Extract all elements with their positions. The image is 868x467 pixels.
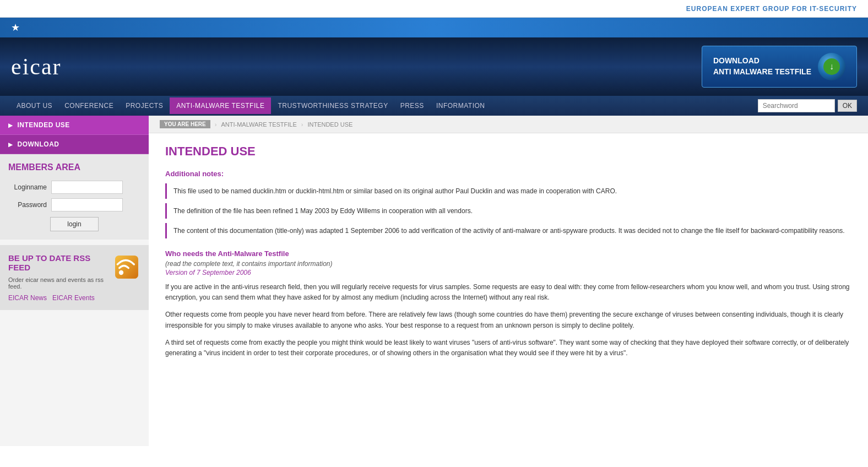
note-item: The definition of the file has been refi… bbox=[165, 203, 851, 219]
nav-conference[interactable]: CONFERENCE bbox=[59, 97, 119, 114]
members-area: MEMBERS AREA Loginname Password login bbox=[0, 154, 149, 240]
page-title: INTENDED USE bbox=[165, 144, 851, 159]
download-text: DOWNLOAD ANTI MALWARE TESTFILE bbox=[713, 56, 811, 77]
download-banner[interactable]: DOWNLOAD ANTI MALWARE TESTFILE ↓ bbox=[702, 46, 857, 88]
breadcrumb-path2: INTENDED USE bbox=[307, 121, 352, 128]
search-area: OK bbox=[758, 99, 857, 112]
nav-press[interactable]: PRESS bbox=[395, 97, 430, 114]
version-label: Version of 7 September 2006 bbox=[165, 269, 851, 276]
rss-title: BE UP TO DATE RSS FEED bbox=[8, 253, 113, 272]
logo: eicar bbox=[11, 53, 62, 80]
globe-icon: ↓ bbox=[818, 53, 845, 80]
eicar-events-link[interactable]: EICAR Events bbox=[52, 294, 95, 302]
nav-information[interactable]: INFORMATION bbox=[431, 97, 491, 114]
sidebar-item-intended-use[interactable]: ▶ INTENDED USE bbox=[0, 116, 149, 135]
note-item: The content of this documentation (title… bbox=[165, 223, 851, 238]
nav-trustworthiness[interactable]: TRUSTWORTHINESS STRATEGY bbox=[272, 97, 393, 114]
org-title: EUROPEAN EXPERT GROUP FOR IT-SECURITY bbox=[686, 5, 857, 13]
search-input[interactable] bbox=[758, 99, 835, 112]
arrow-icon: ▶ bbox=[8, 122, 13, 128]
password-row: Password bbox=[8, 198, 140, 211]
note-item: This file used to be named ducklin.htm o… bbox=[165, 183, 851, 199]
sidebar: ▶ INTENDED USE ▶ DOWNLOAD MEMBERS AREA L… bbox=[0, 116, 149, 446]
breadcrumb-path1: ANTI-MALWARE TESTFILE bbox=[221, 121, 296, 128]
who-needs-section: Who needs the Anti-Malware Testfile (rea… bbox=[165, 249, 851, 359]
additional-notes-title: Additional notes: bbox=[165, 170, 851, 178]
login-button[interactable]: login bbox=[50, 217, 98, 231]
content-para2: Other requests come from people you have… bbox=[165, 309, 851, 330]
nav-about-us[interactable]: ABOUT US bbox=[11, 97, 58, 114]
search-button[interactable]: OK bbox=[838, 100, 857, 112]
content-para3: A third set of requests come from exactl… bbox=[165, 338, 851, 359]
main-layout: ▶ INTENDED USE ▶ DOWNLOAD MEMBERS AREA L… bbox=[0, 116, 868, 446]
top-bar: EUROPEAN EXPERT GROUP FOR IT-SECURITY bbox=[0, 0, 868, 18]
password-label: Password bbox=[8, 201, 47, 209]
breadcrumb-sep1: › bbox=[215, 121, 217, 128]
breadcrumb: YOU ARE HERE › ANTI-MALWARE TESTFILE › I… bbox=[149, 116, 868, 133]
you-are-here-label: YOU ARE HERE bbox=[160, 120, 210, 128]
rss-description: Order eicar news and events as rss feed. bbox=[8, 276, 113, 290]
content-body: INTENDED USE Additional notes: This file… bbox=[149, 133, 868, 378]
content-para1: If you are active in the anti-virus rese… bbox=[165, 282, 851, 303]
content: YOU ARE HERE › ANTI-MALWARE TESTFILE › I… bbox=[149, 116, 868, 446]
star-icon: ★ bbox=[11, 21, 20, 34]
rss-icon bbox=[113, 253, 140, 283]
sidebar-menu: ▶ INTENDED USE ▶ DOWNLOAD bbox=[0, 116, 149, 154]
loginname-input[interactable] bbox=[51, 181, 123, 194]
eicar-news-link[interactable]: EICAR News bbox=[8, 294, 47, 302]
who-needs-title: Who needs the Anti-Malware Testfile bbox=[165, 249, 851, 258]
loginname-label: Loginname bbox=[8, 183, 47, 191]
navigation: ABOUT US CONFERENCE PROJECTS ANTI-MALWAR… bbox=[0, 96, 868, 116]
password-input[interactable] bbox=[51, 198, 123, 211]
sidebar-item-download[interactable]: ▶ DOWNLOAD bbox=[0, 135, 149, 154]
download-arrow-icon: ↓ bbox=[823, 58, 840, 75]
breadcrumb-sep2: › bbox=[301, 121, 303, 128]
rss-links: EICAR News EICAR Events bbox=[8, 294, 113, 302]
nav-anti-malware-testfile[interactable]: ANTI-MALWARE TESTFILE bbox=[170, 97, 271, 114]
header: eicar DOWNLOAD ANTI MALWARE TESTFILE ↓ bbox=[0, 37, 868, 96]
loginname-row: Loginname bbox=[8, 181, 140, 194]
who-needs-subtitle: (read the complete text, it contains imp… bbox=[165, 260, 851, 268]
members-area-title: MEMBERS AREA bbox=[8, 162, 140, 172]
notes-list: This file used to be named ducklin.htm o… bbox=[165, 183, 851, 238]
nav-links: ABOUT US CONFERENCE PROJECTS ANTI-MALWAR… bbox=[11, 97, 758, 114]
nav-projects[interactable]: PROJECTS bbox=[120, 97, 169, 114]
blue-stripe: ★ bbox=[0, 18, 868, 37]
arrow-icon: ▶ bbox=[8, 142, 13, 148]
svg-point-2 bbox=[119, 270, 123, 275]
rss-section: BE UP TO DATE RSS FEED Order eicar news … bbox=[0, 245, 149, 310]
